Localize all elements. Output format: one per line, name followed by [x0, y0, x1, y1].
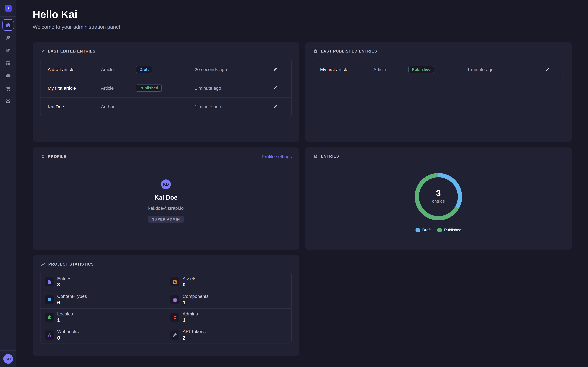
sidebar-item-content-manager[interactable] [4, 33, 12, 42]
stat-value: 0 [183, 282, 196, 288]
donut-center-value: 3 [436, 188, 441, 198]
cloud-icon [5, 73, 11, 79]
entry-time: 1 minute ago [195, 85, 266, 91]
legend-label: Published [444, 228, 461, 232]
donut-center-label: entries [432, 199, 445, 204]
images-icon [5, 48, 11, 53]
stat-label: API Tokens [183, 329, 206, 334]
entry-kind: Article [101, 67, 136, 72]
status-badge: Published [136, 84, 162, 92]
stat-label: Admins [183, 311, 198, 317]
page-subtitle: Welcome to your administration panel [33, 24, 572, 31]
sidebar-divider-top [0, 16, 16, 17]
sidebar-item-home[interactable] [2, 19, 14, 31]
stat-label: Content-Types [57, 294, 87, 299]
entry-title: My first article [320, 67, 373, 72]
stat-label: Webhooks [57, 329, 79, 334]
widget-title: PROJECT STATISTICS [48, 262, 94, 267]
entry-title: Kai Doe [48, 104, 101, 109]
widget-title: LAST PUBLISHED ENTRIES [321, 49, 377, 53]
entry-time: 1 minute ago [467, 67, 538, 72]
stats-table: Entries3 Assets0 Content-Types6 [40, 273, 292, 344]
layout-icon [5, 60, 11, 66]
pencil-icon [273, 67, 277, 72]
stat-content-types: Content-Types6 [41, 291, 166, 308]
edit-entry-button[interactable] [273, 86, 277, 90]
profile-avatar: KD [161, 179, 171, 189]
sidebar-item-content-type-builder[interactable] [4, 59, 12, 67]
document-icon [45, 277, 54, 286]
feather-pen-icon [5, 35, 11, 40]
status-empty: - [136, 104, 195, 109]
stat-label: Locales [57, 311, 73, 317]
profile-settings-link[interactable]: Profile settings [262, 154, 292, 159]
user-avatar-menu[interactable]: KD [3, 354, 13, 364]
stat-webhooks: Webhooks0 [41, 326, 166, 343]
widget-header: ENTRIES [313, 154, 564, 158]
legend-item-draft: Draft [415, 228, 431, 232]
widget-header: PROJECT STATISTICS [41, 262, 292, 267]
stat-api-tokens: API Tokens2 [166, 326, 291, 343]
pencil-icon [273, 104, 277, 109]
entry-time: 1 minute ago [195, 104, 266, 109]
legend-label: Draft [422, 228, 431, 232]
widget-header: PROFILE Profile settings [41, 154, 292, 159]
widget-title: ENTRIES [321, 154, 339, 158]
pencil-icon [273, 86, 277, 90]
stat-components: Components1 [166, 291, 291, 308]
widget-grid: LAST EDITED ENTRIES A draft article Arti… [33, 42, 572, 356]
role-badge: SUPER ADMIN [148, 216, 184, 223]
table-row: My first article Article Published 1 min… [41, 79, 291, 97]
key-icon [170, 330, 179, 339]
legend-item-published: Published [437, 228, 461, 232]
stat-label: Assets [183, 276, 196, 281]
sidebar-item-marketplace[interactable] [4, 84, 12, 93]
entry-title: A draft article [48, 67, 101, 72]
status-badge: Draft [136, 66, 152, 73]
widget-entries-chart: ENTRIES 3 entries Draft [305, 147, 572, 250]
widget-profile: PROFILE Profile settings KD Kai Doe kai.… [33, 147, 299, 250]
stat-value: 0 [57, 335, 79, 341]
entry-kind: Article [373, 67, 408, 72]
sidebar-item-cloud[interactable] [4, 71, 12, 80]
legend-swatch-published [437, 228, 441, 232]
stat-label: Components [183, 294, 208, 299]
table-row: Kai Doe Author - 1 minute ago [41, 97, 291, 116]
table-row: My first article Article Published 1 min… [313, 60, 564, 79]
widget-title: PROFILE [48, 154, 66, 159]
stat-label: Entries [57, 276, 71, 281]
edit-entry-button[interactable] [273, 67, 277, 72]
strapi-logo-icon [6, 6, 11, 11]
sidebar-item-settings[interactable] [4, 97, 12, 105]
layout-icon [45, 295, 54, 304]
stat-value: 1 [183, 300, 208, 306]
stat-locales: Locales1 [41, 308, 166, 326]
entry-kind: Article [101, 85, 136, 91]
pencil-icon [545, 67, 550, 72]
trending-up-icon [41, 262, 45, 267]
pencil-icon [41, 49, 45, 53]
stat-entries: Entries3 [41, 273, 166, 291]
avatar-initials: KD [163, 182, 169, 187]
entries-table: My first article Article Published 1 min… [313, 60, 564, 79]
grid-empty-cell [305, 255, 572, 356]
widget-header: LAST PUBLISHED ENTRIES [313, 49, 564, 53]
person-icon [41, 154, 45, 159]
stat-admins: Admins1 [166, 308, 291, 326]
entry-time: 20 seconds ago [195, 67, 266, 72]
strapi-admin-dashboard: KD Hello Kai Welcome to your administrat… [0, 0, 588, 367]
edit-entry-button[interactable] [273, 104, 277, 109]
profile-email: kai.doe@strapi.io [148, 206, 184, 211]
strapi-logo-button[interactable] [5, 5, 12, 12]
widget-project-statistics: PROJECT STATISTICS Entries3 Assets0 [33, 255, 299, 356]
edit-entry-button[interactable] [545, 67, 550, 72]
stat-value: 2 [183, 335, 206, 341]
pie-chart-icon [313, 154, 318, 158]
widget-last-published-entries: LAST PUBLISHED ENTRIES My first article … [305, 42, 572, 142]
page-header: Hello Kai Welcome to your administration… [33, 8, 572, 31]
sidebar-item-media-library[interactable] [4, 46, 12, 54]
status-badge: Published [408, 66, 434, 73]
stat-value: 1 [183, 317, 198, 323]
page-title: Hello Kai [33, 8, 572, 21]
entries-donut-chart: 3 entries [414, 172, 463, 221]
